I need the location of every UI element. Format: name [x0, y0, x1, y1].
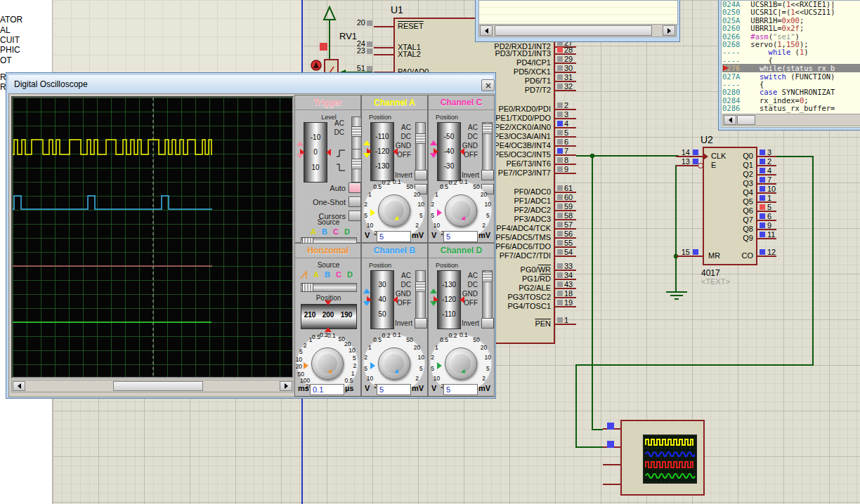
trigger-mode-label: Auto [299, 184, 346, 192]
source-channel-B[interactable]: B [325, 270, 330, 279]
invert-button[interactable] [415, 318, 427, 329]
source-channel-D[interactable]: D [344, 227, 350, 236]
scale-knob[interactable] [378, 347, 410, 380]
code-line[interactable]: 027A switch (FUNCTION) [722, 72, 860, 81]
knob-scale-value: 5 [486, 365, 490, 372]
pin-stub[interactable] [603, 484, 620, 485]
channel-arrow-up-icon [297, 141, 304, 146]
code-line[interactable]: 0266 #asm("sei") [722, 32, 860, 41]
scroll-left-icon[interactable] [724, 115, 736, 125]
pin-stub[interactable] [374, 54, 393, 55]
scale-knob[interactable] [311, 347, 344, 380]
pin-stub[interactable] [374, 47, 393, 48]
knob-pointer [437, 362, 442, 369]
channel-arrow-down-icon [430, 153, 437, 158]
slider-thumb[interactable] [482, 124, 493, 134]
code-line[interactable]: ---- { [722, 80, 860, 88]
pin-indicator [557, 112, 563, 117]
trigger-auto-button[interactable] [348, 183, 361, 193]
scale-knob[interactable] [445, 194, 477, 227]
code-line[interactable]: 0268 servo(1,150); [722, 40, 860, 48]
code-line[interactable]: 025A UBRR1H=0x00; [722, 16, 860, 25]
knob-scale-value: 50 [473, 336, 479, 343]
source-channel-D[interactable]: D [347, 270, 353, 279]
slider-thumb[interactable] [351, 126, 362, 137]
pin-stub[interactable] [603, 464, 620, 465]
pin-number: 3 [767, 148, 786, 157]
toggle-slider[interactable] [415, 270, 426, 324]
slider-thumb[interactable] [482, 272, 493, 282]
code-line[interactable]: 0280 case SYNCHRONIZAT [722, 88, 860, 96]
code-listing[interactable]: 024A UCSR1B=(1<<RXCIE1)|0250 UCSR1C|=(1<… [722, 1, 860, 114]
scroll-left-icon[interactable] [13, 381, 25, 391]
scale-value-input[interactable]: 5 [377, 231, 411, 242]
code-line[interactable]: 0286 status_rx_buffer= [722, 104, 860, 112]
knob-scale-value: 5 [364, 365, 367, 372]
watch-window-hscrollbar[interactable] [478, 24, 677, 37]
source-label: Source [295, 261, 362, 269]
code-line[interactable]: 0276 while(status_rx_b [722, 64, 860, 72]
slider-thumb[interactable] [351, 159, 362, 169]
code-line[interactable]: 0250 UCSR1C|=(1<<UCSZ11) [722, 8, 860, 16]
oscilloscope-titlebar[interactable]: Digital Oscilloscope [8, 75, 493, 93]
knob-scale-value: 20 [414, 191, 420, 198]
code-line[interactable]: 0260 UBRR1L=0x2f; [722, 24, 860, 32]
pin-indicator [760, 249, 765, 255]
coupling-OFF: OFF [389, 299, 411, 307]
source-channel-B[interactable]: B [322, 227, 327, 236]
scale-value-input[interactable]: 5 [377, 384, 411, 395]
watch-window-content[interactable] [478, 0, 678, 25]
source-channel-A[interactable]: A [311, 227, 316, 236]
coupling-GND: GND [389, 290, 411, 298]
knob-pointer [370, 209, 375, 216]
code-line[interactable]: 0284 rx_index=0; [722, 96, 860, 105]
slider-thumb[interactable] [415, 133, 426, 144]
scope-hscrollbar[interactable] [11, 380, 294, 392]
channel-arrow-up-icon [363, 289, 370, 293]
toggle-slider[interactable] [415, 122, 426, 175]
slider-thumb[interactable] [415, 281, 426, 292]
trigger-one-shot-button[interactable] [348, 197, 361, 207]
pin-stub[interactable] [374, 26, 393, 27]
invert-button[interactable] [481, 170, 494, 180]
coupling-DC: DC [389, 281, 411, 289]
watch-window[interactable] [475, 0, 680, 42]
slider-thumb[interactable] [302, 283, 313, 292]
invert-button[interactable] [481, 318, 494, 329]
source-channel-A[interactable]: A [313, 270, 319, 279]
scale-value-input[interactable]: 0.1 [310, 384, 344, 395]
source-code-window[interactable]: 024A UCSR1B=(1<<RXCIE1)|0250 UCSR1C|=(1<… [718, 0, 860, 131]
scroll-thumb[interactable] [737, 115, 755, 125]
code-line[interactable]: ---- { [722, 56, 860, 65]
unit-right: µs [345, 384, 353, 392]
scroll-thumb[interactable] [113, 381, 203, 391]
scroll-right-icon[interactable] [663, 25, 675, 36]
channel-D-panel: Channel DPosition-130-120-110ACDCGNDOFFI… [428, 243, 495, 397]
scale-knob[interactable] [445, 347, 477, 380]
scroll-left-icon[interactable] [480, 25, 493, 36]
pin-indicator [557, 281, 563, 287]
knob-scale-value: 10 [485, 201, 491, 208]
source-label: Source [295, 218, 362, 226]
trigger-panel: TriggerLevel-10010ACDCAutoOne-ShotCursor… [294, 95, 361, 243]
knob-scale-value: 5 [431, 365, 434, 372]
pin-indicator [607, 423, 614, 430]
code-hscrollbar[interactable] [722, 114, 860, 126]
scope-display[interactable] [11, 96, 294, 378]
invert-button[interactable] [415, 170, 427, 180]
source-channel-C[interactable]: C [336, 270, 341, 279]
scale-knob[interactable] [378, 194, 410, 227]
dial-tick: -10 [304, 133, 327, 141]
oscilloscope-window[interactable]: Digital Oscilloscope Channel APosition-1… [6, 72, 496, 399]
close-icon[interactable] [481, 79, 495, 91]
source-channel-C[interactable]: C [333, 227, 339, 236]
scale-value-input[interactable]: 5 [443, 384, 478, 395]
pin-number: 60 [564, 193, 582, 201]
coupling-OFF: OFF [389, 151, 411, 159]
pin-number: 10 [767, 185, 786, 193]
pin-indicator [557, 300, 563, 305]
scroll-thumb[interactable] [495, 25, 652, 36]
scale-value-input[interactable]: 5 [443, 231, 478, 242]
scroll-right-icon[interactable] [280, 381, 292, 391]
code-line[interactable]: ---- while (1) [722, 48, 860, 56]
